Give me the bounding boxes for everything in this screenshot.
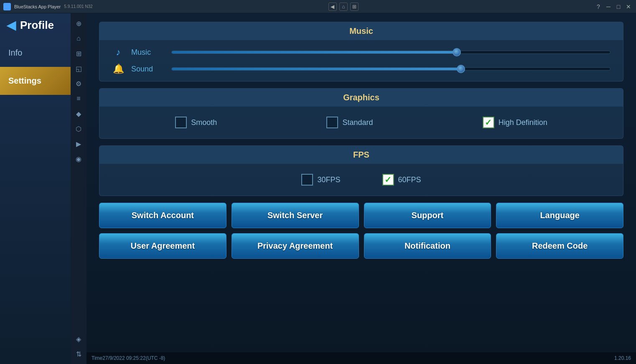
sound-icon: 🔔 <box>112 64 125 74</box>
fps-options-row: 30FPS ✓ 60FPS <box>112 171 611 189</box>
title-bar-nav: ◀ ⌂ ⊞ <box>328 3 359 11</box>
title-bar-left: BlueStacks App Player 5.9.11.001 N32 <box>3 3 93 10</box>
music-section-title: Music <box>349 26 373 36</box>
sound-slider-thumb[interactable] <box>457 65 465 73</box>
close-button[interactable]: ✕ <box>624 3 633 11</box>
minimize-button[interactable]: ─ <box>604 3 613 11</box>
back-arrow-icon: ◀ <box>7 18 16 32</box>
graphics-section-title: Graphics <box>343 93 379 102</box>
music-slider-row: ♪ Music <box>112 47 611 58</box>
60fps-check-icon: ✓ <box>384 175 392 185</box>
music-icon: ♪ <box>112 47 125 58</box>
fps-section-header: FPS <box>99 146 623 164</box>
graphics-section-body: Smooth Standard ✓ High Definition <box>99 107 623 138</box>
panel-icon-5[interactable]: ⚙ <box>73 78 84 89</box>
title-bar: BlueStacks App Player 5.9.11.001 N32 ◀ ⌂… <box>0 0 636 13</box>
privacy-agreement-button[interactable]: Privacy Agreement <box>232 233 359 259</box>
smooth-label: Smooth <box>191 118 217 127</box>
30fps-option[interactable]: 30FPS <box>301 174 340 186</box>
panel-icon-3[interactable]: ⊞ <box>73 48 84 59</box>
fps-section-body: 30FPS ✓ 60FPS <box>99 164 623 196</box>
high-definition-check-icon: ✓ <box>485 117 492 127</box>
nav-back-button[interactable]: ◀ <box>328 3 337 11</box>
panel-icon-6[interactable]: ≡ <box>73 93 84 104</box>
graphics-section-header: Graphics <box>99 89 623 107</box>
redeem-code-button[interactable]: Redeem Code <box>496 233 623 259</box>
graphics-options-row: Smooth Standard ✓ High Definition <box>112 113 611 132</box>
help-button[interactable]: ? <box>594 3 603 11</box>
music-slider-track <box>171 51 611 54</box>
panel-icon-4[interactable]: ◱ <box>73 63 84 74</box>
sidebar: ◀ Profile Info Settings ⊕ ⌂ ⊞ ◱ ⚙ ≡ ◆ ⬡ … <box>0 13 86 364</box>
support-button[interactable]: Support <box>364 203 491 228</box>
right-icon-panel: ⊕ ⌂ ⊞ ◱ ⚙ ≡ ◆ ⬡ ▶ ◉ ◈ ⇅ <box>71 13 86 364</box>
high-definition-label: High Definition <box>499 118 547 127</box>
language-button[interactable]: Language <box>496 203 623 228</box>
music-slider[interactable] <box>171 47 611 57</box>
30fps-label: 30FPS <box>317 176 340 184</box>
sidebar-item-info-label: Info <box>8 48 22 57</box>
fps-section-title: FPS <box>353 150 369 159</box>
smooth-option[interactable]: Smooth <box>175 117 217 128</box>
sound-label: Sound <box>131 65 165 74</box>
music-section-body: ♪ Music 🔔 Sound <box>99 40 623 81</box>
60fps-option[interactable]: ✓ 60FPS <box>382 174 421 186</box>
sound-slider[interactable] <box>171 64 611 74</box>
user-agreement-button[interactable]: User Agreement <box>99 233 226 259</box>
panel-icon-2[interactable]: ⌂ <box>73 33 84 44</box>
app-name: BlueStacks App Player <box>14 4 61 9</box>
graphics-section: Graphics Smooth Standard ✓ <box>99 88 623 139</box>
window-controls: ? ─ □ ✕ <box>594 3 633 11</box>
smooth-checkbox[interactable] <box>175 117 187 128</box>
status-time: Time27/9/2022 09:25:22(UTC -8) <box>92 355 165 361</box>
panel-icon-1[interactable]: ⊕ <box>73 18 84 29</box>
sidebar-title: Profile <box>20 19 54 32</box>
panel-icon-8[interactable]: ⬡ <box>73 123 84 135</box>
sound-slider-track <box>171 67 611 71</box>
status-bar: Time27/9/2022 09:25:22(UTC -8) 1.20.16 <box>86 352 636 364</box>
app-logo <box>3 3 11 10</box>
content-area: Music ♪ Music 🔔 Sound <box>86 13 636 364</box>
sound-slider-fill <box>172 68 461 70</box>
music-section-header: Music <box>99 22 623 40</box>
nav-home-button[interactable]: ⌂ <box>339 3 348 11</box>
standard-checkbox[interactable] <box>326 117 338 128</box>
music-slider-fill <box>172 51 457 53</box>
60fps-checkbox[interactable]: ✓ <box>382 174 394 186</box>
panel-icon-9[interactable]: ▶ <box>73 138 84 150</box>
maximize-button[interactable]: □ <box>614 3 623 11</box>
60fps-label: 60FPS <box>398 176 421 184</box>
notification-button[interactable]: Notification <box>364 233 491 259</box>
high-definition-option[interactable]: ✓ High Definition <box>483 117 547 128</box>
high-definition-checkbox[interactable]: ✓ <box>483 117 494 128</box>
panel-icon-10[interactable]: ◉ <box>73 153 84 165</box>
music-label: Music <box>131 48 165 57</box>
30fps-checkbox[interactable] <box>301 174 313 186</box>
action-buttons-row1: Switch Account Switch Server Support Lan… <box>99 203 623 228</box>
music-slider-thumb[interactable] <box>453 48 461 56</box>
main-container: ◀ Profile Info Settings ⊕ ⌂ ⊞ ◱ ⚙ ≡ ◆ ⬡ … <box>0 13 636 364</box>
app-version: 5.9.11.001 N32 <box>64 4 92 9</box>
music-section: Music ♪ Music 🔔 Sound <box>99 22 623 81</box>
switch-account-button[interactable]: Switch Account <box>99 203 226 228</box>
sidebar-item-settings-label: Settings <box>8 76 41 85</box>
fps-section: FPS 30FPS ✓ 60FPS <box>99 145 623 196</box>
status-version: 1.20.16 <box>614 355 631 361</box>
standard-option[interactable]: Standard <box>326 117 373 128</box>
nav-grid-button[interactable]: ⊞ <box>350 3 359 11</box>
switch-server-button[interactable]: Switch Server <box>232 203 359 228</box>
standard-label: Standard <box>342 118 373 127</box>
panel-icon-7[interactable]: ◆ <box>73 108 84 120</box>
panel-icon-bottom-1[interactable]: ◈ <box>73 333 84 345</box>
panel-icon-bottom-2[interactable]: ⇅ <box>73 348 84 360</box>
sound-slider-row: 🔔 Sound <box>112 64 611 74</box>
action-buttons-row2: User Agreement Privacy Agreement Notific… <box>99 233 623 259</box>
